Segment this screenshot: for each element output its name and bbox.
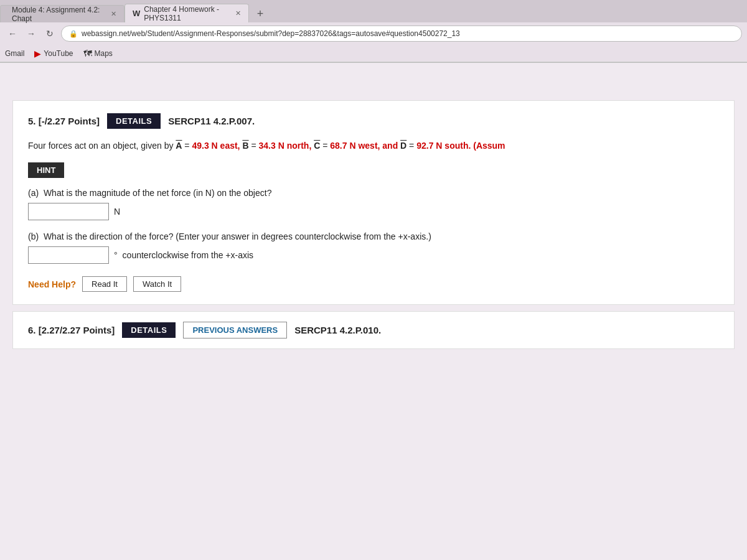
- forward-button[interactable]: →: [24, 26, 39, 41]
- details-button-q5[interactable]: DETAILS: [107, 113, 161, 129]
- vector-b-value: 34.3 N north,: [259, 141, 312, 151]
- lock-icon: 🔒: [69, 30, 78, 38]
- bookmarks-bar: Gmail ▶ YouTube 🗺 Maps: [0, 45, 747, 62]
- bookmark-youtube[interactable]: ▶ YouTube: [34, 49, 73, 58]
- question5-header: 5. [-/2.27 Points] DETAILS SERCP11 4.2.P…: [28, 113, 719, 129]
- part-b-unit: counterclockwise from the +x-axis: [123, 250, 253, 260]
- maps-icon: 🗺: [83, 49, 92, 58]
- degree-symbol: °: [114, 250, 118, 260]
- part-a-unit: N: [114, 207, 120, 217]
- vector-d-value: 92.7 N south. (Assum: [416, 141, 505, 151]
- tab1-label: Module 4: Assignment 4.2: Chapt: [12, 6, 105, 23]
- part-a-label: (a) What is the magnitude of the net for…: [28, 188, 719, 198]
- hint-button[interactable]: HINT: [28, 162, 64, 178]
- gmail-label: Gmail: [5, 49, 24, 58]
- vector-b-label: B: [242, 141, 248, 151]
- vector-c-label: C: [314, 141, 320, 151]
- part-b-container: (b) What is the direction of the force? …: [28, 231, 719, 264]
- part-a-input[interactable]: [28, 203, 109, 220]
- page-content: 5. [-/2.27 Points] DETAILS SERCP11 4.2.P…: [0, 63, 747, 560]
- read-it-button[interactable]: Read It: [82, 276, 127, 292]
- vector-c-value: 68.7 N west, and: [330, 141, 398, 151]
- tab-module4[interactable]: Module 4: Assignment 4.2: Chapt ✕: [0, 5, 125, 22]
- browser-chrome: Module 4: Assignment 4.2: Chapt ✕ W Chap…: [0, 0, 747, 63]
- vector-a-label: A: [176, 141, 182, 151]
- maps-label: Maps: [95, 49, 113, 58]
- vector-d-label: D: [400, 141, 406, 151]
- tab2-icon: W: [133, 9, 140, 18]
- part-a-container: (a) What is the magnitude of the net for…: [28, 188, 719, 220]
- address-box[interactable]: 🔒 webassign.net/web/Student/Assignment-R…: [61, 26, 742, 42]
- question5-text: Four forces act on an object, given by A…: [28, 139, 719, 152]
- question5-code: SERCP11 4.2.P.007.: [168, 116, 255, 126]
- bookmark-maps[interactable]: 🗺 Maps: [83, 49, 113, 58]
- question6-container: 6. [2.27/2.27 Points] DETAILS PREVIOUS A…: [12, 311, 735, 349]
- refresh-button[interactable]: ↻: [42, 26, 57, 41]
- tab-bar: Module 4: Assignment 4.2: Chapt ✕ W Chap…: [0, 0, 747, 22]
- youtube-icon: ▶: [34, 49, 41, 58]
- tab-chapter4[interactable]: W Chapter 4 Homework - PHYS1311 ✕: [125, 4, 249, 22]
- back-button[interactable]: ←: [5, 26, 20, 41]
- part-a-answer-row: N: [28, 203, 719, 220]
- address-bar-row: ← → ↻ 🔒 webassign.net/web/Student/Assign…: [0, 22, 747, 45]
- address-text: webassign.net/web/Student/Assignment-Res…: [82, 29, 460, 38]
- need-help-row: Need Help? Read It Watch It: [28, 276, 719, 292]
- question5-number: 5. [-/2.27 Points]: [28, 116, 100, 126]
- question6-code: SERCP11 4.2.P.010.: [294, 325, 381, 335]
- youtube-label: YouTube: [44, 49, 73, 58]
- vector-a-value: 49.3 N east,: [192, 141, 240, 151]
- details-button-q6[interactable]: DETAILS: [122, 322, 176, 338]
- part-b-label: (b) What is the direction of the force? …: [28, 231, 719, 241]
- tab2-label: Chapter 4 Homework - PHYS1311: [144, 5, 229, 22]
- prev-answers-button[interactable]: PREVIOUS ANSWERS: [183, 322, 287, 338]
- need-help-label: Need Help?: [28, 279, 76, 289]
- tab1-close[interactable]: ✕: [111, 10, 116, 18]
- bookmark-gmail[interactable]: Gmail: [5, 49, 24, 58]
- part-b-input[interactable]: [28, 246, 109, 264]
- part-b-answer-row: ° counterclockwise from the +x-axis: [28, 246, 719, 264]
- question6-header: 6. [2.27/2.27 Points]: [28, 325, 115, 335]
- new-tab-button[interactable]: +: [251, 5, 269, 22]
- tab2-close[interactable]: ✕: [235, 9, 241, 17]
- watch-it-button[interactable]: Watch It: [133, 276, 181, 292]
- question5-container: 5. [-/2.27 Points] DETAILS SERCP11 4.2.P…: [12, 100, 735, 305]
